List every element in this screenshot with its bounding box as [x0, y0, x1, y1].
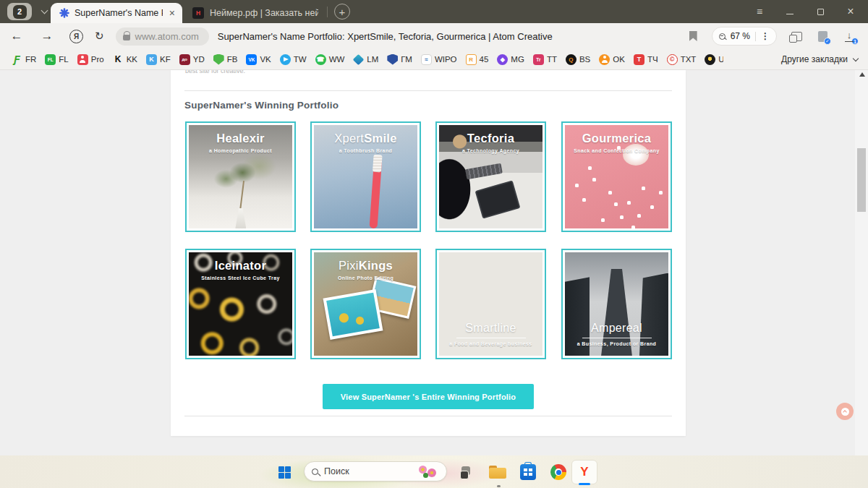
bookmark-item[interactable]: ≈WIPO: [421, 54, 457, 65]
bookmarks-bar: ƑFR FLFL Pro KKK KKF доYD FB VKVK TW ☎WW…: [0, 49, 868, 70]
bookmark-item[interactable]: ГМ: [387, 54, 412, 65]
portfolio-card-iceinator[interactable]: IceinatorStainless Steel Ice Cube Tray: [185, 249, 296, 359]
portfolio-card-pixikings[interactable]: PixiKingsOnline Photo Editing: [310, 249, 421, 359]
yandex-icon: Y: [580, 465, 588, 479]
forward-button[interactable]: →: [38, 29, 56, 43]
bookmark-label: ТЧ: [647, 55, 658, 64]
bookmark-item[interactable]: FB: [213, 54, 238, 65]
bookmark-item[interactable]: TW: [280, 54, 307, 65]
chrome-icon: [550, 464, 566, 480]
bookmark-item[interactable]: Pro: [77, 54, 104, 65]
bookmark-label: TT: [547, 55, 557, 64]
page-background: best site for creative. SuperNamer's Win…: [0, 70, 868, 455]
tab-counter[interactable]: 2: [7, 3, 32, 20]
search-icon: [312, 468, 318, 475]
person-icon: [77, 54, 88, 65]
lock-icon: [123, 35, 130, 40]
bookmark-label: FB: [227, 55, 238, 64]
card-title: Kings: [359, 259, 393, 272]
screen: 2 SuperNamer's Name Po × Н Неймер.рф | З…: [0, 0, 868, 488]
tab-active[interactable]: SuperNamer's Name Po ×: [51, 3, 182, 23]
bookmark-label: TXT: [681, 55, 697, 64]
card-title: Healexir: [216, 132, 265, 145]
card-title: Gourmerica: [582, 132, 652, 145]
back-button[interactable]: ←: [7, 29, 26, 43]
file-explorer-button[interactable]: [486, 461, 509, 484]
card-subtitle: a Toothbrush Brand: [312, 148, 420, 153]
minimize-button[interactable]: [784, 6, 796, 17]
bookmark-item[interactable]: KKK: [113, 54, 137, 65]
bookmark-item[interactable]: FLFL: [45, 54, 68, 65]
tab-close-icon[interactable]: ×: [168, 8, 176, 18]
content-card: best site for creative. SuperNamer's Win…: [171, 70, 686, 436]
tab-title: Неймер.рф | Заказать ней: [210, 8, 318, 18]
bookmark-label: MG: [511, 55, 524, 64]
taskbar-search[interactable]: Поиск: [304, 461, 447, 481]
yandex-browser-button[interactable]: Y: [571, 460, 597, 484]
bookmark-item[interactable]: доYD: [179, 54, 205, 65]
divider: [184, 416, 672, 416]
bookmark-item[interactable]: KKF: [146, 54, 171, 65]
bookmark-item[interactable]: ƑFR: [12, 54, 36, 65]
chrome-button[interactable]: [547, 461, 570, 484]
fl-icon: FL: [45, 54, 56, 65]
portfolio-card-ampereal[interactable]: Ampereala Business, Product or Brand: [561, 249, 672, 359]
portfolio-card-tecforia[interactable]: Tecforiaa Technology Agency: [435, 121, 546, 232]
bookmark-item[interactable]: VKVK: [246, 54, 271, 65]
shield-green-icon: [213, 54, 224, 65]
start-button[interactable]: [273, 461, 296, 484]
microsoft-store-button[interactable]: [516, 461, 540, 484]
page-check-extension-icon[interactable]: ✓: [818, 31, 827, 42]
bookmark-item[interactable]: QBS: [566, 54, 590, 65]
vase-shape: [235, 208, 246, 228]
zoom-control[interactable]: 67 % ⋮: [712, 27, 777, 46]
restore-button[interactable]: [814, 6, 826, 17]
portfolio-card-smartline[interactable]: Smartlinea Food and Beverage business: [435, 249, 546, 359]
tab-inactive[interactable]: Н Неймер.рф | Заказать ней: [188, 3, 323, 23]
task-view-button[interactable]: [456, 461, 479, 484]
portfolio-card-healexir[interactable]: Healexira Homeopathic Product: [185, 121, 296, 232]
downloads-button[interactable]: ↓1: [843, 30, 855, 42]
odnoklassniki-icon: [599, 54, 610, 65]
scrollbar-thumb[interactable]: [857, 148, 866, 212]
bookmark-item[interactable]: US: [705, 54, 723, 65]
scroll-to-top-button[interactable]: [836, 403, 854, 420]
running-indicator: [497, 485, 501, 487]
bookmark-label: KF: [160, 55, 171, 64]
card-title: Iceinator: [215, 259, 266, 272]
other-bookmarks-button[interactable]: Другие закладки: [781, 54, 858, 64]
bookmark-item[interactable]: ☎WW: [315, 54, 345, 65]
bookmark-label: US: [718, 55, 723, 64]
close-button[interactable]: ×: [845, 6, 856, 17]
bookmark-item[interactable]: TrTT: [533, 54, 557, 65]
bookmark-item[interactable]: TТЧ: [634, 54, 658, 65]
view-portfolio-button[interactable]: View SuperNamer 's Entire Winning Portfo…: [323, 384, 534, 409]
reload-button[interactable]: ↻: [95, 30, 104, 43]
bookmark-item[interactable]: R45: [466, 54, 489, 65]
card-subtitle: Stainless Steel Ice Cube Tray: [187, 275, 294, 281]
scrollbar-up-arrow[interactable]: [859, 72, 865, 77]
scrollbar-track[interactable]: [855, 70, 868, 455]
portfolio-heading: SuperNamer's Winning Portfolio: [184, 100, 339, 111]
new-tab-button[interactable]: +: [334, 4, 350, 20]
url-field[interactable]: www.atom.com: [116, 27, 209, 46]
bookmark-item[interactable]: OK: [599, 54, 625, 65]
card-title: Smartline: [465, 322, 516, 334]
bookmark-flag-icon[interactable]: [689, 31, 697, 41]
taskbar: Поиск Y ☁ РУС: [0, 455, 868, 488]
window-menu-button[interactable]: ≡: [754, 6, 765, 17]
bookmark-label: ГМ: [401, 55, 412, 64]
more-options-icon[interactable]: ⋮: [761, 31, 770, 41]
bookmark-item[interactable]: ©TXT: [667, 54, 697, 65]
bookmark-item[interactable]: LM: [353, 54, 378, 65]
portfolio-card-gourmerica[interactable]: GourmericaSnack and Confection Company: [561, 121, 672, 232]
browser-toolbar: ← → Я ↻ www.atom.com SuperNamer's Name P…: [0, 23, 868, 49]
minimize-icon: [786, 14, 793, 14]
yandex-button[interactable]: Я: [69, 30, 83, 43]
bookmark-item[interactable]: ◆MG: [497, 54, 524, 65]
collections-extension-icon[interactable]: [791, 32, 802, 41]
portfolio-card-xpertsmile[interactable]: XpertSmilea Toothbrush Brand: [310, 121, 421, 232]
zoom-out-icon[interactable]: [719, 33, 726, 40]
card-subtitle: a Food and Beverage business: [437, 341, 545, 346]
tablet-shape: [475, 180, 521, 218]
